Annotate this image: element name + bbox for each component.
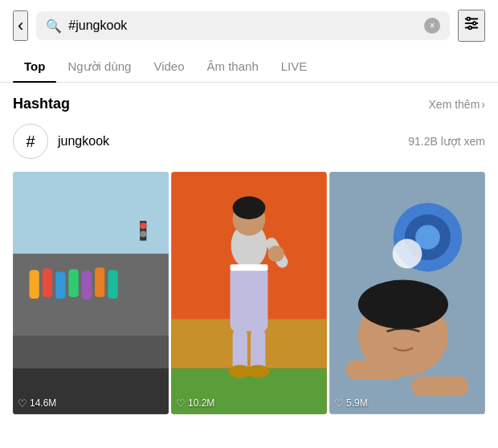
svg-point-3 (467, 18, 471, 21)
content-area: Hashtag Xem thêm › # jungkook 91.2B lượt… (0, 83, 498, 414)
heart-icon-1: ♡ (18, 397, 27, 409)
svg-point-42 (358, 280, 448, 329)
svg-point-32 (247, 365, 270, 378)
hashtag-section-header: Hashtag Xem thêm › (13, 96, 485, 112)
svg-rect-11 (30, 270, 39, 299)
video-thumb-2[interactable]: ♡ 10.2M (171, 172, 327, 414)
svg-point-5 (468, 26, 471, 30)
see-more-button[interactable]: Xem thêm › (429, 98, 485, 111)
tabs-bar: Top Người dùng Video Âm thanh LIVE (0, 51, 498, 83)
svg-rect-29 (233, 330, 247, 371)
svg-rect-17 (108, 270, 117, 299)
svg-point-34 (267, 246, 284, 262)
svg-point-40 (393, 239, 422, 269)
video-thumb-3[interactable]: ♡ 5.9M (329, 172, 485, 414)
back-button[interactable]: ‹ (13, 10, 28, 41)
svg-rect-27 (231, 266, 268, 332)
tab-top[interactable]: Top (13, 51, 56, 82)
svg-rect-30 (251, 330, 265, 371)
svg-rect-16 (95, 267, 104, 297)
svg-rect-43 (346, 360, 403, 379)
video-thumb-1[interactable]: ♡ 14.6M (13, 172, 169, 414)
svg-point-20 (140, 230, 146, 237)
tab-am-thanh[interactable]: Âm thanh (196, 51, 270, 82)
hashtag-name: jungkook (58, 134, 398, 149)
heart-icon-2: ♡ (176, 397, 186, 409)
search-bar: 🔍 × (36, 11, 450, 40)
heart-icon-3: ♡ (334, 397, 344, 409)
see-more-label: Xem thêm (429, 98, 480, 111)
tab-live[interactable]: LIVE (270, 51, 319, 82)
chevron-right-icon: › (481, 98, 485, 111)
video-1-likes: ♡ 14.6M (18, 397, 56, 409)
search-clear-button[interactable]: × (424, 18, 440, 34)
search-input[interactable] (68, 18, 418, 33)
svg-rect-44 (411, 377, 468, 396)
hashtag-views: 91.2B lượt xem (408, 135, 485, 148)
filter-button[interactable] (458, 10, 485, 42)
svg-rect-15 (82, 271, 92, 299)
svg-rect-13 (55, 271, 65, 299)
header: ‹ 🔍 × (0, 0, 498, 51)
hashtag-icon: # (13, 124, 48, 159)
tab-video[interactable]: Video (142, 51, 195, 82)
tab-nguoi-dung[interactable]: Người dùng (56, 51, 142, 82)
svg-point-19 (140, 222, 146, 229)
hashtag-section-title: Hashtag (13, 96, 70, 112)
video-3-likes: ♡ 5.9M (334, 397, 368, 409)
search-icon: 🔍 (46, 18, 62, 34)
video-grid: ♡ 14.6M (13, 172, 485, 414)
svg-rect-12 (43, 268, 52, 297)
hashtag-item[interactable]: # jungkook 91.2B lượt xem (13, 124, 485, 159)
svg-point-4 (473, 22, 476, 25)
svg-rect-14 (68, 269, 78, 297)
svg-rect-28 (231, 264, 268, 271)
svg-point-26 (233, 197, 266, 220)
video-2-likes: ♡ 10.2M (176, 397, 214, 409)
